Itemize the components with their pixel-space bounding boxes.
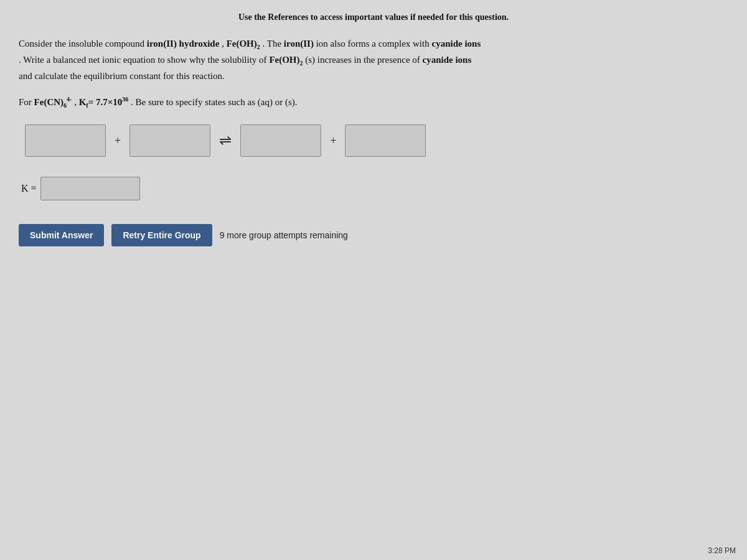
bold-fe-oh2-2: Fe(OH)2 [269,55,303,65]
page-wrapper: Use the References to access important v… [0,0,747,560]
eq-plus-1: + [115,134,121,147]
equation-row: + ⇌ + [19,124,728,157]
eq-box-3[interactable] [240,124,321,157]
eq-double-arrow: ⇌ [219,132,232,149]
bold-cyanide: cyanide ions [431,39,481,49]
header-instruction: Use the References to access important v… [19,12,728,22]
bold-iron-ion: iron(II) [284,39,314,49]
q-line1: Consider the insoluble compound iron(II)… [19,39,481,49]
k-row: K = [19,177,728,200]
bold-fe-oh2: Fe(OH)2 [227,39,260,49]
k-input-box[interactable] [40,177,140,200]
kf-text: For Fe(CN)64- , Kf= 7.7×1036 . Be sure t… [19,97,297,107]
timestamp: 3:28 PM [708,546,736,555]
eq-box-2[interactable] [129,124,210,157]
eq-box-1[interactable] [25,124,106,157]
question-text: Consider the insoluble compound iron(II)… [19,36,728,83]
bold-iron-hydroxide: iron(II) hydroxide [147,39,220,49]
buttons-row: Submit Answer Retry Entire Group 9 more … [19,224,728,246]
bold-fe-cn: Fe(CN)64- [34,97,72,107]
retry-entire-group-button[interactable]: Retry Entire Group [111,224,212,246]
bold-kf: Kf= 7.7×1036 [79,97,129,107]
attempts-remaining-text: 9 more group attempts remaining [220,230,348,240]
submit-answer-button[interactable]: Submit Answer [19,224,104,246]
eq-box-4[interactable] [345,124,426,157]
q-line2: . Write a balanced net ionic equation to… [19,55,471,65]
kf-line: For Fe(CN)64- , Kf= 7.7×1036 . Be sure t… [19,95,728,111]
bold-cyanide-2: cyanide ions [423,55,472,65]
eq-plus-2: + [330,134,336,147]
k-label: K = [21,183,37,194]
q-line3: and calculate the equilibrium constant f… [19,71,225,81]
